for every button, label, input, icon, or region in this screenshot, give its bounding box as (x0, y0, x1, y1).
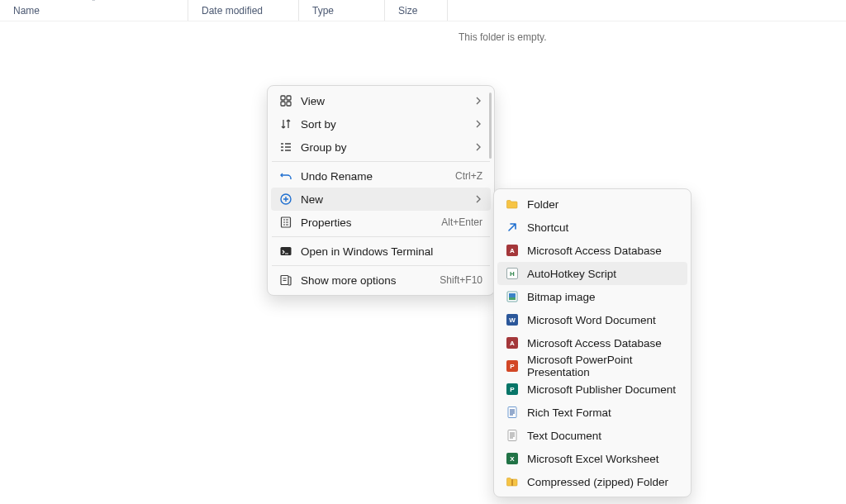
new-submenu: Folder Shortcut A Microsoft Access Datab… (493, 188, 692, 497)
column-name[interactable]: Name ˄ (0, 0, 188, 21)
menu-properties-shortcut: Alt+Enter (441, 216, 482, 228)
new-excel-label: Microsoft Excel Worksheet (527, 453, 659, 465)
menu-undo-shortcut: Ctrl+Z (455, 170, 482, 182)
new-text-document[interactable]: Text Document (497, 424, 687, 447)
sort-icon (279, 117, 292, 131)
menu-undo-rename[interactable]: Undo Rename Ctrl+Z (271, 164, 491, 188)
menu-sort-by-label: Sort by (301, 118, 336, 131)
menu-view-label: View (301, 95, 325, 107)
group-icon (279, 140, 292, 154)
menu-separator (272, 236, 490, 237)
new-autohotkey-script[interactable]: H AutoHotkey Script (497, 262, 687, 285)
zip-folder-icon (506, 475, 519, 488)
menu-separator (272, 265, 490, 266)
menu-sort-by[interactable]: Sort by (271, 112, 491, 136)
new-publisher-document[interactable]: P Microsoft Publisher Document (497, 378, 687, 401)
shortcut-icon (506, 221, 519, 234)
svg-rect-0 (281, 96, 285, 100)
menu-group-by-label: Group by (301, 141, 347, 154)
publisher-icon: P (506, 383, 519, 396)
column-type-label: Type (312, 5, 334, 17)
menu-new[interactable]: New (271, 188, 491, 211)
menu-show-more-options[interactable]: Show more options Shift+F10 (271, 269, 491, 292)
column-header-row: Name ˄ Date modified Type Size (0, 0, 846, 21)
new-txt-label: Text Document (527, 430, 601, 442)
menu-view[interactable]: View (271, 89, 491, 112)
svg-rect-11 (508, 407, 516, 418)
menu-separator (272, 161, 490, 162)
menu-open-terminal[interactable]: Open in Windows Terminal (271, 240, 491, 263)
new-bitmap-image[interactable]: Bitmap image (497, 285, 687, 308)
powerpoint-icon: P (506, 359, 519, 373)
new-word-document[interactable]: W Microsoft Word Document (497, 308, 687, 331)
new-access-database-2[interactable]: A Microsoft Access Database (497, 331, 687, 354)
menu-properties-label: Properties (301, 216, 352, 229)
empty-folder-message: This folder is empty. (459, 31, 546, 43)
excel-icon: X (506, 452, 519, 465)
column-size[interactable]: Size (385, 0, 448, 21)
svg-rect-9 (509, 293, 516, 297)
access-icon: A (506, 244, 519, 257)
svg-rect-3 (287, 102, 291, 106)
rtf-icon (506, 406, 519, 419)
chevron-right-icon (474, 95, 482, 107)
new-powerpoint-presentation[interactable]: P Microsoft PowerPoint Presentation (497, 354, 687, 378)
svg-rect-10 (509, 297, 516, 300)
new-folder-label: Folder (527, 198, 558, 211)
chevron-right-icon (474, 118, 482, 131)
new-shortcut-label: Shortcut (527, 221, 568, 234)
new-ahk-label: AutoHotkey Script (527, 268, 616, 280)
column-size-label: Size (398, 5, 417, 17)
word-icon: W (506, 313, 519, 326)
menu-new-label: New (301, 193, 323, 206)
ahk-icon: H (506, 267, 519, 280)
bitmap-icon (506, 290, 519, 303)
svg-rect-2 (281, 102, 285, 106)
menu-properties[interactable]: Properties Alt+Enter (271, 211, 491, 234)
new-zip-label: Compressed (zipped) Folder (527, 476, 668, 488)
column-name-label: Name (13, 5, 40, 17)
new-bitmap-label: Bitmap image (527, 291, 596, 303)
new-access-label: Microsoft Access Database (527, 245, 662, 257)
folder-icon (506, 197, 519, 211)
svg-rect-1 (287, 96, 291, 100)
new-word-label: Microsoft Word Document (527, 314, 656, 326)
new-compressed-folder[interactable]: Compressed (zipped) Folder (497, 470, 687, 493)
new-folder[interactable]: Folder (497, 193, 687, 216)
menu-group-by[interactable]: Group by (271, 136, 491, 159)
view-icon (279, 94, 292, 107)
new-publisher-label: Microsoft Publisher Document (527, 383, 676, 396)
access-icon: A (506, 336, 519, 349)
text-icon (506, 429, 519, 442)
menu-open-terminal-label: Open in Windows Terminal (301, 245, 433, 258)
sort-ascending-icon: ˄ (92, 0, 96, 7)
new-icon (279, 193, 292, 206)
context-menu: View Sort by Group by (267, 85, 495, 296)
column-date-label: Date modified (202, 5, 263, 17)
column-type[interactable]: Type (299, 0, 385, 21)
chevron-right-icon (474, 141, 482, 154)
new-ppt-label: Microsoft PowerPoint Presentation (527, 354, 679, 378)
menu-undo-label: Undo Rename (301, 170, 373, 183)
chevron-right-icon (474, 193, 482, 206)
terminal-icon (279, 245, 292, 258)
new-excel-worksheet[interactable]: X Microsoft Excel Worksheet (497, 447, 687, 470)
new-rtf-label: Rich Text Format (527, 407, 611, 419)
menu-show-more-shortcut: Shift+F10 (440, 274, 482, 286)
column-date-modified[interactable]: Date modified (188, 0, 299, 21)
properties-icon (279, 216, 292, 229)
show-more-icon (279, 273, 292, 287)
new-rtf[interactable]: Rich Text Format (497, 401, 687, 424)
undo-icon (279, 169, 292, 183)
menu-show-more-label: Show more options (301, 274, 397, 287)
new-access-database[interactable]: A Microsoft Access Database (497, 239, 687, 262)
new-shortcut[interactable]: Shortcut (497, 216, 687, 239)
new-access2-label: Microsoft Access Database (527, 337, 662, 349)
svg-rect-13 (511, 479, 513, 486)
svg-rect-12 (508, 430, 516, 441)
